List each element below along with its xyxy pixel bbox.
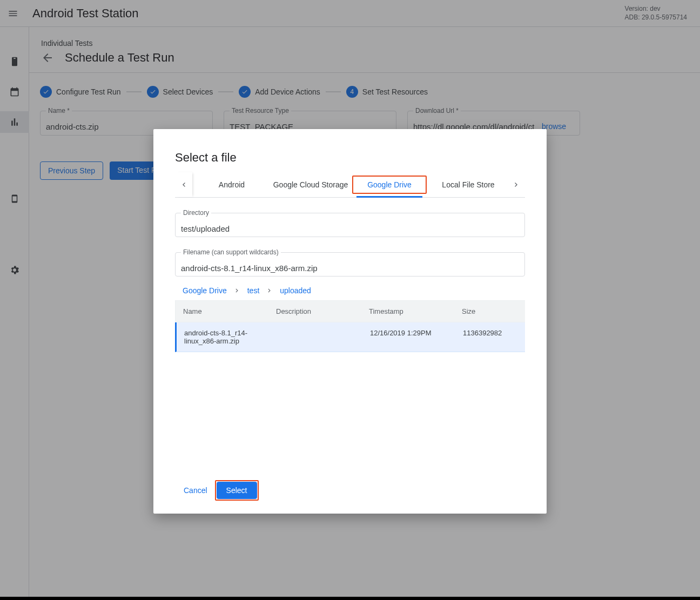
select-file-dialog: Select a file Android Google Cloud Stora… — [153, 129, 547, 514]
file-size: 1136392982 — [455, 322, 525, 352]
tab-gcs[interactable]: Google Cloud Storage — [271, 172, 350, 197]
chevron-right-icon — [266, 287, 273, 294]
tab-local[interactable]: Local File Store — [429, 172, 508, 197]
path-breadcrumbs: Google Drive test uploaded — [175, 286, 525, 295]
file-table: Name Description Timestamp Size android-… — [175, 300, 525, 352]
chevron-right-icon — [233, 287, 241, 294]
tab-row: Android Google Cloud Storage Google Driv… — [175, 172, 525, 198]
file-timestamp: 12/16/2019 1:29PM — [362, 322, 455, 352]
file-row[interactable]: android-cts-8.1_r14-linux_x86-arm.zip 12… — [175, 322, 525, 352]
bottom-border — [0, 597, 700, 600]
table-header: Name Description Timestamp Size — [175, 300, 525, 322]
tab-scroll-right-icon[interactable] — [508, 172, 525, 197]
file-name: android-cts-8.1_r14-linux_x86-arm.zip — [177, 322, 270, 352]
filename-input[interactable] — [181, 264, 519, 273]
breadcrumb-root[interactable]: Google Drive — [183, 286, 227, 295]
filename-field[interactable]: Filename (can support wildcards) — [175, 252, 525, 277]
dialog-title: Select a file — [175, 151, 525, 165]
cancel-button[interactable]: Cancel — [181, 482, 210, 499]
tab-android[interactable]: Android — [192, 172, 271, 197]
select-button[interactable]: Select — [217, 482, 257, 499]
col-description: Description — [268, 301, 361, 322]
breadcrumb-test[interactable]: test — [247, 286, 260, 295]
tab-scroll-left-icon[interactable] — [175, 172, 192, 197]
select-button-highlight: Select — [215, 480, 259, 501]
file-description — [270, 322, 362, 352]
col-size: Size — [454, 301, 525, 322]
directory-field[interactable]: Directory — [175, 213, 525, 237]
col-timestamp: Timestamp — [361, 301, 454, 322]
breadcrumb-uploaded[interactable]: uploaded — [280, 286, 311, 295]
col-name: Name — [176, 301, 268, 322]
directory-input[interactable] — [181, 224, 519, 233]
tab-google-drive[interactable]: Google Drive — [350, 172, 429, 197]
